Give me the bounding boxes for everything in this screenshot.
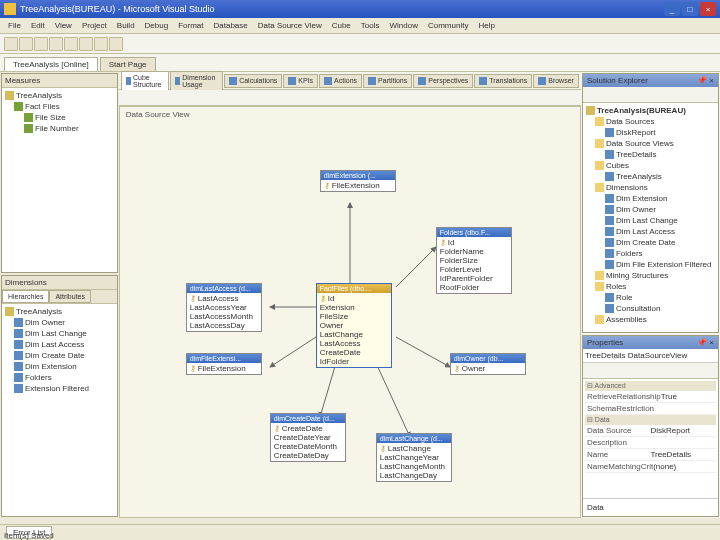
dimension-item[interactable]: Dim Last Change [4, 328, 115, 339]
solution-folder[interactable]: Assemblies [585, 314, 716, 325]
solution-item[interactable]: Consultation [585, 303, 716, 314]
measures-tree[interactable]: TreeAnalysis Fact Files File Size File N… [2, 88, 117, 136]
solution-tree[interactable]: TreeAnalysis(BUREAU) Data SourcesDiskRep… [583, 103, 718, 332]
dimension-item[interactable]: Dim Last Access [4, 339, 115, 350]
designer-tab[interactable]: KPIs [283, 74, 318, 88]
solution-folder[interactable]: Data Source Views [585, 138, 716, 149]
designer-tab[interactable]: Translations [474, 74, 532, 88]
dimensions-tree[interactable]: TreeAnalysis Dim OwnerDim Last ChangeDim… [2, 304, 117, 396]
table-dimlastaccess[interactable]: dimLastAccess (d... ⚷LastAccessLastAcces… [186, 283, 262, 332]
pin-icon[interactable]: 📌 × [697, 338, 714, 347]
menu-file[interactable]: File [4, 20, 25, 31]
toolbar-button[interactable] [4, 37, 18, 51]
menu-edit[interactable]: Edit [27, 20, 49, 31]
solution-folder[interactable]: Data Sources [585, 116, 716, 127]
toolbar-button[interactable] [79, 37, 93, 51]
toolbar-button[interactable] [179, 92, 191, 104]
toolbar-button[interactable] [165, 92, 177, 104]
designer-tab[interactable]: Partitions [363, 74, 412, 88]
project-icon [586, 106, 595, 115]
designer-tab[interactable]: Perspectives [413, 74, 473, 88]
prop-row[interactable]: NameMatchingCrit(none) [585, 461, 716, 473]
maximize-button[interactable]: □ [682, 2, 698, 16]
menu-build[interactable]: Build [113, 20, 139, 31]
designer-tab[interactable]: Browser [533, 74, 579, 88]
solution-item[interactable]: TreeDetails [585, 149, 716, 160]
dimension-item[interactable]: Dim Create Date [4, 350, 115, 361]
toolbar-button[interactable] [137, 92, 149, 104]
solution-item[interactable]: Dim Create Date [585, 237, 716, 248]
designer-tab[interactable]: Cube Structure [121, 71, 169, 91]
dsv-canvas[interactable]: Data Source View dimExtension (... ⚷File… [119, 106, 581, 518]
solution-folder[interactable]: Cubes [585, 160, 716, 171]
prop-category[interactable]: ⊟ Advanced [585, 381, 716, 391]
toolbar-button[interactable] [587, 89, 599, 101]
dimension-item[interactable]: Dim Owner [4, 317, 115, 328]
prop-row[interactable]: NameTreeDetails [585, 449, 716, 461]
close-button[interactable]: × [700, 2, 716, 16]
solution-item[interactable]: Dim Last Access [585, 226, 716, 237]
solution-item[interactable]: Role [585, 292, 716, 303]
toolbar-button[interactable] [64, 37, 78, 51]
toolbar-button[interactable] [587, 364, 599, 376]
table-dimfileextension[interactable]: dimFileExtensi... ⚷FileExtension [186, 353, 262, 375]
table-field: ⚷Id [438, 238, 510, 247]
menu-project[interactable]: Project [78, 20, 111, 31]
menu-data source view[interactable]: Data Source View [254, 20, 326, 31]
menu-debug[interactable]: Debug [141, 20, 173, 31]
toolbar-button[interactable] [151, 92, 163, 104]
solution-folder[interactable]: Mining Structures [585, 270, 716, 281]
tab-hierarchies[interactable]: Hierarchies [2, 290, 49, 303]
menu-help[interactable]: Help [474, 20, 498, 31]
menu-window[interactable]: Window [385, 20, 421, 31]
prop-row[interactable]: Data SourceDiskReport [585, 425, 716, 437]
solution-item[interactable]: TreeAnalysis [585, 171, 716, 182]
designer-tab[interactable]: Calculations [224, 74, 282, 88]
dimension-item[interactable]: Extension Filtered [4, 383, 115, 394]
minimize-button[interactable]: _ [664, 2, 680, 16]
menu-cube[interactable]: Cube [328, 20, 355, 31]
prop-category[interactable]: ⊟ Data [585, 415, 716, 425]
solution-item[interactable]: DiskReport [585, 127, 716, 138]
solution-item[interactable]: Folders [585, 248, 716, 259]
table-factfiles[interactable]: FactFiles (dbo.... ⚷IdExtensionFileSizeO… [316, 283, 392, 368]
pin-icon[interactable]: 📌 × [697, 76, 714, 85]
solution-item[interactable]: Dim Extension [585, 193, 716, 204]
toolbar-button[interactable] [123, 92, 135, 104]
table-dimcreatedate[interactable]: dimCreateDate (d... ⚷CreateDateCreateDat… [270, 413, 346, 462]
menu-view[interactable]: View [51, 20, 76, 31]
app-icon [4, 3, 16, 15]
menu-community[interactable]: Community [424, 20, 472, 31]
solution-item[interactable]: Dim Last Change [585, 215, 716, 226]
menu-format[interactable]: Format [174, 20, 207, 31]
toolbar-button[interactable] [601, 364, 613, 376]
prop-row[interactable]: Description [585, 437, 716, 449]
properties-object[interactable]: TreeDetails DataSourceView [583, 349, 718, 363]
table-dimextension[interactable]: dimExtension (... ⚷FileExtension [320, 170, 396, 192]
toolbar-button[interactable] [94, 37, 108, 51]
toolbar-button[interactable] [49, 37, 63, 51]
toolbar-button[interactable] [34, 37, 48, 51]
menu-tools[interactable]: Tools [357, 20, 384, 31]
tab-startpage[interactable]: Start Page [100, 57, 156, 71]
prop-row[interactable]: RetrieveRelationshipTrue [585, 391, 716, 403]
table-folders[interactable]: Folders (dbo.F... ⚷IdFolderNameFolderSiz… [436, 227, 512, 294]
toolbar-button[interactable] [109, 37, 123, 51]
solution-item[interactable]: Dim File Extension Filtered [585, 259, 716, 270]
menu-database[interactable]: Database [210, 20, 252, 31]
dimension-item[interactable]: Dim Extension [4, 361, 115, 372]
solution-folder[interactable]: Roles [585, 281, 716, 292]
table-dimlastchange[interactable]: dimLastChange (d... ⚷LastChangeLastChang… [376, 433, 452, 482]
designer-tab[interactable]: Dimension Usage [170, 71, 223, 91]
table-field: ⚷LastAccess [188, 294, 260, 303]
solution-item[interactable]: Dim Owner [585, 204, 716, 215]
tab-treeanalysis[interactable]: TreeAnalysis [Online] [4, 57, 98, 71]
toolbar-button[interactable] [19, 37, 33, 51]
tab-attributes[interactable]: Attributes [49, 290, 91, 303]
dimension-item[interactable]: Folders [4, 372, 115, 383]
table-dimowner[interactable]: dimOwner (db... ⚷Owner [450, 353, 526, 375]
prop-row[interactable]: SchemaRestriction [585, 403, 716, 415]
properties-grid[interactable]: ⊟ AdvancedRetrieveRelationshipTrueSchema… [583, 379, 718, 498]
solution-folder[interactable]: Dimensions [585, 182, 716, 193]
designer-tab[interactable]: Actions [319, 74, 362, 88]
